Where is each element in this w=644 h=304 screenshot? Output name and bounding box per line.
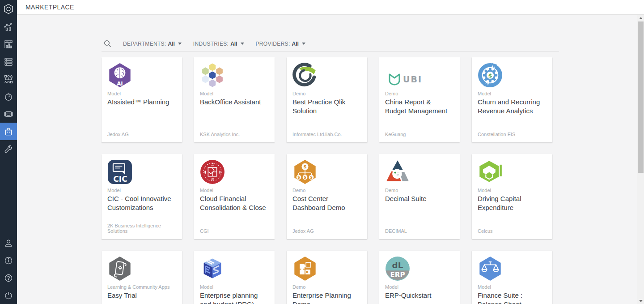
departments-label: DEPARTMENTS: bbox=[123, 41, 166, 47]
card-easy-trial[interactable]: Learning & Community Apps Easy Trial bbox=[102, 251, 182, 304]
search-icon[interactable] bbox=[104, 40, 111, 47]
departments-value: All bbox=[168, 41, 175, 47]
card-cost-center-dashboard[interactable]: $ $ $ $ Demo Cost Center Dashboard Demo … bbox=[287, 154, 367, 239]
card-title: Cost Center Dashboard Demo bbox=[292, 194, 361, 212]
card-title: Enterprise planning and budget (PRC) bbox=[200, 291, 269, 304]
sidebar-item-marketplace[interactable] bbox=[0, 123, 17, 140]
sidebar-item-scheduler[interactable] bbox=[0, 88, 17, 105]
card-erp-quickstart[interactable]: dL ERP Model ERP-Quickstart bbox=[379, 251, 460, 304]
card-cloud-financial-consolidation[interactable]: Model Cloud Financial Consolidation & Cl… bbox=[194, 154, 275, 239]
card-provider: Constellation EIS bbox=[478, 132, 515, 137]
card-title: Driving Capital Expenditure bbox=[478, 194, 547, 212]
vertical-scrollbar[interactable] bbox=[637, 15, 644, 304]
card-provider: Jedox AG bbox=[292, 228, 314, 234]
sidebar-item-about-icon[interactable] bbox=[0, 252, 17, 269]
providers-dropdown[interactable]: PROVIDERS: All bbox=[256, 41, 305, 47]
marketplace-app: MARKETPLACE DEPARTMENTS: All INDUSTRIES:… bbox=[0, 0, 644, 304]
green-cube-logo-icon bbox=[478, 159, 547, 184]
filter-bar: DEPARTMENTS: All INDUSTRIES: All PROVIDE… bbox=[102, 36, 559, 51]
card-decimal-suite[interactable]: Demo Decimal Suite DECIMAL bbox=[379, 154, 460, 239]
providers-label: PROVIDERS: bbox=[256, 41, 290, 47]
card-finance-suite-balance-sheet[interactable]: Model Finance Suite : Balance Sheet bbox=[472, 251, 552, 304]
card-enterprise-planning-demo[interactable]: Demo Enterprise Planning Demo bbox=[287, 251, 367, 304]
sidebar-item-user[interactable] bbox=[0, 234, 17, 252]
card-category: Model bbox=[478, 284, 547, 290]
card-best-practice-qlik[interactable]: Demo Best Practice Qlik Solution Informa… bbox=[287, 57, 367, 142]
card-category: Demo bbox=[292, 91, 361, 96]
svg-text:UBI: UBI bbox=[403, 74, 422, 84]
card-aissisted-planning[interactable]: AI Model AIssisted™ Planning Jedox AG bbox=[102, 57, 182, 142]
card-category: Model bbox=[200, 188, 269, 193]
swirl-logo-icon bbox=[292, 63, 361, 88]
card-title: BackOffice Assistant bbox=[200, 98, 269, 107]
card-cic-customizations[interactable]: CIC Model CIC - Cool Innovative Customiz… bbox=[102, 154, 182, 239]
card-backoffice-assistant[interactable]: Model BackOffice Assistant KSK Analytics… bbox=[194, 57, 275, 142]
industries-dropdown[interactable]: INDUSTRIES: All bbox=[193, 41, 244, 47]
card-category: Learning & Community Apps bbox=[107, 284, 176, 290]
sidebar-item-olap[interactable] bbox=[0, 53, 17, 70]
svg-text:dL: dL bbox=[392, 261, 403, 270]
card-title: CIC - Cool Innovative Customizations bbox=[107, 194, 176, 212]
app-card-grid: AI Model AIssisted™ Planning Jedox AG bbox=[102, 57, 559, 304]
card-provider: KSK Analytics Inc. bbox=[200, 132, 240, 137]
page-title: MARKETPLACE bbox=[25, 4, 74, 11]
card-provider: Celcus bbox=[478, 228, 493, 234]
card-title: AIssisted™ Planning bbox=[107, 98, 176, 107]
card-category: Demo bbox=[385, 91, 454, 96]
card-category: Demo bbox=[292, 284, 361, 290]
sidebar-item-analytics[interactable] bbox=[0, 18, 17, 35]
card-title: ERP-Quickstart bbox=[385, 291, 454, 300]
sidebar-item-logout-icon[interactable] bbox=[0, 287, 17, 304]
scroll-hexagon-logo-icon bbox=[107, 256, 176, 281]
chevron-down-icon bbox=[241, 43, 244, 45]
card-category: Model bbox=[107, 91, 176, 96]
card-enterprise-planning-budget-prc[interactable]: Model Enterprise planning and budget (PR… bbox=[194, 251, 275, 304]
erp-circle-logo-icon: dL ERP bbox=[385, 256, 454, 281]
card-churn-recurring-revenue[interactable]: $ Model Churn and Recurring Revenue Anal… bbox=[472, 57, 552, 142]
card-category: Demo bbox=[292, 188, 361, 193]
scrollbar-thumb[interactable] bbox=[638, 21, 644, 173]
sidebar-item-modeler[interactable] bbox=[0, 70, 17, 88]
chevron-down-icon bbox=[302, 43, 305, 45]
scroll-down-arrow-icon[interactable] bbox=[637, 298, 644, 304]
card-title: Churn and Recurring Revenue Analytics bbox=[478, 98, 547, 116]
recurring-revenue-gear-logo-icon: $ bbox=[478, 63, 547, 88]
header: MARKETPLACE bbox=[17, 0, 644, 15]
scroll-up-arrow-icon[interactable] bbox=[637, 15, 644, 21]
sidebar-item-presentations[interactable] bbox=[0, 105, 17, 123]
sidebar-item-help-icon[interactable] bbox=[0, 269, 17, 287]
chevron-down-icon bbox=[178, 43, 182, 45]
providers-value: All bbox=[292, 41, 299, 47]
card-category: Model bbox=[107, 188, 176, 193]
sidebar bbox=[0, 0, 17, 304]
hexagon-flower-logo-icon bbox=[200, 63, 269, 88]
jedox-logo-icon[interactable] bbox=[0, 0, 17, 18]
card-provider: Informatec Ltd.liab.Co. bbox=[292, 132, 342, 137]
sidebar-item-reports[interactable] bbox=[0, 35, 17, 53]
decimal-triangle-logo-icon bbox=[385, 159, 454, 184]
svg-text:AI: AI bbox=[117, 81, 123, 87]
card-title: Best Practice Qlik Solution bbox=[292, 98, 361, 116]
card-category: Model bbox=[478, 188, 547, 193]
industries-value: All bbox=[230, 41, 237, 47]
card-provider: CGI bbox=[200, 228, 209, 234]
card-provider: KeGuang bbox=[385, 132, 406, 137]
card-category: Model bbox=[200, 284, 269, 290]
card-driving-capital-expenditure[interactable]: Model Driving Capital Expenditure Celcus bbox=[472, 154, 552, 239]
content-area: DEPARTMENTS: All INDUSTRIES: All PROVIDE… bbox=[17, 15, 637, 304]
svg-text:$: $ bbox=[310, 175, 313, 180]
departments-dropdown[interactable]: DEPARTMENTS: All bbox=[123, 41, 182, 47]
svg-text:CIC: CIC bbox=[113, 175, 127, 184]
card-category: Demo bbox=[385, 188, 454, 193]
puzzle-hexagon-logo-icon bbox=[292, 256, 361, 281]
sidebar-item-integrator[interactable] bbox=[0, 140, 17, 158]
card-provider: DECIMAL bbox=[385, 228, 407, 234]
svg-text:$: $ bbox=[304, 175, 306, 180]
card-title: Decimal Suite bbox=[385, 194, 454, 203]
card-category: Model bbox=[385, 284, 454, 290]
card-title: Enterprise Planning Demo bbox=[292, 291, 361, 304]
card-category: Model bbox=[478, 91, 547, 96]
es-cube-logo-icon bbox=[200, 256, 269, 281]
card-china-report-budget[interactable]: UBI Demo China Report & Budget Managemen… bbox=[379, 57, 460, 142]
card-category: Model bbox=[200, 91, 269, 96]
